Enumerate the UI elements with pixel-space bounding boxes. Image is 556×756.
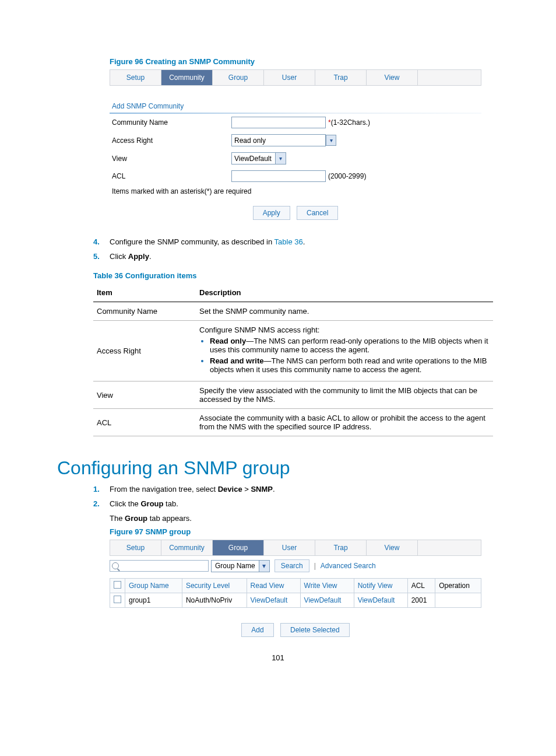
add-community-title: Add SNMP Community [110,86,481,113]
t36-desc-2: Specify the view associated with the com… [196,382,493,409]
access-right-dropdown-icon[interactable]: ▾ [326,135,336,146]
th-acl: ACL [407,579,435,593]
community-name-label: Community Name [112,118,231,127]
page-number: 101 [57,653,499,662]
step-b2-text: Click the Group tab. [110,499,178,508]
f97-tab-user[interactable]: User [264,540,315,555]
tab-spacer [418,70,481,85]
f97-tab-view[interactable]: View [367,540,418,555]
acl-hint: (2000-2999) [328,172,366,180]
th-item: Item [93,284,196,302]
f97-tab-setup[interactable]: Setup [110,540,161,555]
tab-group[interactable]: Group [213,70,264,85]
search-field-select[interactable]: Group Name ▾ [211,560,270,572]
access-right-label: Access Right [112,136,231,145]
t36-desc-1: Configure SNMP NMS access right: Read on… [196,321,493,382]
table-row: group1 NoAuth/NoPriv ViewDefault ViewDef… [110,593,481,608]
figure-97-caption: Figure 97 SNMP group [110,527,499,536]
th-writeview[interactable]: Write View [300,579,354,593]
step-b1-number: 1. [93,485,110,494]
step-b1-text: From the navigation tree, select Device … [110,485,275,494]
group-table: Group Name Security Level Read View Writ… [110,578,481,608]
step-b2-number: 2. [93,499,110,508]
figure-97: Setup Community Group User Trap View Gro… [110,540,481,637]
t36-item-3: ACL [93,409,196,436]
figure-96: Setup Community Group User Trap View Add… [110,69,499,225]
cell-readview[interactable]: ViewDefault [247,593,300,608]
step-5-text: Click Apply. [110,252,152,261]
th-groupname[interactable]: Group Name [125,579,182,593]
f97-tab-trap[interactable]: Trap [315,540,367,555]
table-36-caption: Table 36 Configuration items [93,271,499,280]
access-right-value: Read only [232,136,325,145]
view-value: ViewDefault [234,155,272,163]
t36-desc-0: Set the SNMP community name. [196,302,493,321]
community-name-input[interactable] [231,117,326,128]
t36-item-1: Access Right [93,321,196,382]
cell-seclevel: NoAuth/NoPriv [182,593,247,608]
th-operation: Operation [435,579,481,593]
heading-configuring-snmp-group: Configuring an SNMP group [57,457,499,479]
select-all-checkbox[interactable] [114,581,121,589]
f97-tab-group[interactable]: Group [213,540,264,555]
cell-groupname: group1 [125,593,182,608]
cell-writeview[interactable]: ViewDefault [300,593,354,608]
view-dropdown-icon[interactable]: ▾ [275,153,286,164]
search-field-dropdown-icon[interactable]: ▾ [259,561,269,572]
table-36-link[interactable]: Table 36 [275,237,303,246]
f97-tab-spacer [418,540,481,555]
fig97-tabbar: Setup Community Group User Trap View [110,540,481,556]
table-36: Item Description Community Name Set the … [93,284,493,436]
community-name-hint: (1-32Chars.) [331,118,370,127]
th-desc: Description [196,284,493,302]
step-4-text: Configure the SNMP community, as describ… [110,237,305,246]
tab-trap[interactable]: Trap [315,70,367,85]
row-checkbox[interactable] [114,596,121,603]
search-icon [112,562,119,569]
acl-input[interactable] [231,170,326,182]
cell-acl: 2001 [407,593,435,608]
view-label: View [112,155,231,163]
th-readview[interactable]: Read View [247,579,300,593]
f97-tab-community[interactable]: Community [161,540,213,555]
tab-setup[interactable]: Setup [110,70,161,85]
tab-user[interactable]: User [264,70,315,85]
tab-view[interactable]: View [367,70,418,85]
step-5-number: 5. [93,252,110,261]
acl-label: ACL [112,172,231,180]
step-b2-followup: The Group tab appears. [110,514,499,523]
fig96-tabbar: Setup Community Group User Trap View [110,69,481,86]
th-seclevel[interactable]: Security Level [182,579,247,593]
tab-community[interactable]: Community [161,70,213,85]
t36-item-2: View [93,382,196,409]
add-button[interactable]: Add [241,623,273,637]
th-notifyview[interactable]: Notify View [354,579,407,593]
search-input[interactable] [110,560,209,572]
search-button[interactable]: Search [275,559,309,572]
delete-selected-button[interactable]: Delete Selected [280,623,350,637]
required-note: Items marked with an asterisk(*) are req… [110,185,481,200]
apply-button[interactable]: Apply [253,206,290,220]
figure-96-caption: Figure 96 Creating an SNMP Community [110,57,499,66]
t36-desc-3: Associate the community with a basic ACL… [196,409,493,436]
divider: | [314,562,316,570]
advanced-search-link[interactable]: Advanced Search [321,562,376,570]
t36-item-0: Community Name [93,302,196,321]
cell-notifyview[interactable]: ViewDefault [354,593,407,608]
step-4-number: 4. [93,237,110,246]
th-checkbox [110,579,125,593]
cancel-button[interactable]: Cancel [297,206,338,220]
